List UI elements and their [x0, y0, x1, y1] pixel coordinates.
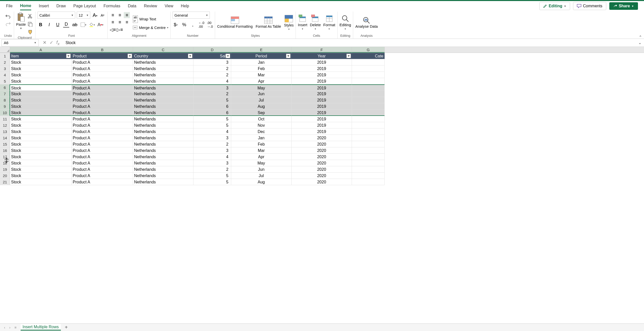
wrap-text-button[interactable]: ab↵Wrap Text	[133, 15, 168, 23]
cell-F21[interactable]: 2020	[292, 179, 352, 185]
col-header-B[interactable]: B	[72, 47, 133, 53]
cell-D14[interactable]: 3	[193, 135, 231, 141]
menu-data[interactable]: Data	[128, 2, 136, 10]
cell-B11[interactable]: Product A	[72, 116, 133, 122]
cell-D4[interactable]: 2	[193, 72, 231, 78]
cell-F8[interactable]: 2019	[292, 97, 352, 103]
cell-B14[interactable]: Product A	[72, 135, 133, 141]
cell-A12[interactable]: Stock	[10, 122, 72, 128]
cell-F13[interactable]: 2019	[292, 128, 352, 135]
cell-F20[interactable]: 2020	[292, 173, 352, 179]
cell-C6[interactable]: Netherlands	[133, 84, 193, 91]
cell-C21[interactable]: Netherlands	[133, 179, 193, 185]
cell-F15[interactable]: 2020	[292, 141, 352, 147]
cell-C8[interactable]: Netherlands	[133, 97, 193, 103]
align-bottom-button[interactable]: ≡	[124, 12, 130, 18]
cell-G12[interactable]	[352, 122, 385, 128]
cell-A20[interactable]: Stock	[10, 173, 72, 179]
cell-C20[interactable]: Netherlands	[133, 173, 193, 179]
cell-G5[interactable]	[352, 78, 385, 84]
cell-G16[interactable]	[352, 147, 385, 154]
cell-C19[interactable]: Netherlands	[133, 166, 193, 173]
insert-cells-button[interactable]: Insert▾	[298, 15, 307, 30]
cell-C11[interactable]: Netherlands	[133, 116, 193, 122]
menu-draw[interactable]: Draw	[56, 2, 66, 10]
cell-E21[interactable]: Aug	[231, 179, 292, 185]
number-format-select[interactable]: General▼	[173, 12, 210, 19]
fill-color-button[interactable]: ▾	[89, 22, 95, 28]
expand-formula-bar-button[interactable]: ⌄	[638, 40, 641, 45]
cell-G3[interactable]	[352, 65, 385, 72]
menu-review[interactable]: Review	[144, 2, 157, 10]
cell-C16[interactable]: Netherlands	[133, 147, 193, 154]
cell-F7[interactable]: 2019	[292, 91, 352, 97]
row-header-17[interactable]: 17	[0, 154, 10, 160]
cell-B10[interactable]: Product A	[72, 110, 133, 116]
cell-B15[interactable]: Product A	[72, 141, 133, 147]
menu-view[interactable]: View	[165, 2, 173, 10]
cancel-formula-button[interactable]: ✕	[43, 40, 47, 46]
cell-E3[interactable]: Feb	[231, 65, 292, 72]
cell-B16[interactable]: Product A	[72, 147, 133, 154]
cell-F2[interactable]: 2019	[292, 59, 352, 65]
cell-D8[interactable]: 5	[193, 97, 231, 103]
cell-F18[interactable]: 2020	[292, 160, 352, 166]
filter-button-sales[interactable]	[226, 54, 230, 58]
cell-G8[interactable]	[352, 97, 385, 103]
cell-D18[interactable]: 3	[193, 160, 231, 166]
paste-button[interactable]: Paste ▼	[16, 13, 26, 30]
italic-button[interactable]: I	[46, 22, 52, 28]
cell-styles-button[interactable]: Styles▾	[284, 15, 294, 30]
spreadsheet-grid[interactable]: ABCDEFG 1ItemProductCountrySalesPeriodYe…	[0, 47, 644, 185]
increase-decimal-button[interactable]: ←.0.00	[198, 22, 204, 28]
cell-E8[interactable]: Jul	[231, 97, 292, 103]
cell-A7[interactable]: Stock	[10, 91, 72, 97]
row-header-5[interactable]: 5	[0, 78, 10, 84]
cell-B4[interactable]: Product A	[72, 72, 133, 78]
cell-F4[interactable]: 2019	[292, 72, 352, 78]
cell-G14[interactable]	[352, 135, 385, 141]
col-header-G[interactable]: G	[352, 47, 385, 53]
col-header-D[interactable]: D	[193, 47, 231, 53]
cell-D9[interactable]: 6	[193, 103, 231, 110]
cell-B13[interactable]: Product A	[72, 128, 133, 135]
row-header-10[interactable]: 10	[0, 110, 10, 116]
col-header-E[interactable]: E	[231, 47, 292, 53]
borders-button[interactable]: ▾	[80, 22, 86, 28]
cell-C5[interactable]: Netherlands	[133, 78, 193, 84]
filter-button-country[interactable]	[188, 54, 192, 58]
cell-B21[interactable]: Product A	[72, 179, 133, 185]
bold-button[interactable]: B	[37, 22, 44, 28]
cell-E9[interactable]: Aug	[231, 103, 292, 110]
cell-E17[interactable]: Apr	[231, 154, 292, 160]
menu-page-layout[interactable]: Page Layout	[73, 2, 96, 10]
cell-E13[interactable]: Dec	[231, 128, 292, 135]
row-header-12[interactable]: 12	[0, 122, 10, 128]
row-header-7[interactable]: 7	[0, 91, 10, 97]
col-header-C[interactable]: C	[133, 47, 193, 53]
cell-F11[interactable]: 2019	[292, 116, 352, 122]
analyse-data-button[interactable]: Analyse Data	[355, 16, 378, 29]
editing-button[interactable]: Editing▾	[340, 15, 351, 30]
row-header-11[interactable]: 11	[0, 116, 10, 122]
table-header-period[interactable]: Period	[231, 53, 292, 59]
cell-F5[interactable]: 2019	[292, 78, 352, 84]
cell-G18[interactable]	[352, 160, 385, 166]
row-header-9[interactable]: 9	[0, 103, 10, 110]
merge-centre-button[interactable]: Merge & Centre▾	[133, 25, 168, 30]
cell-E16[interactable]: Mar	[231, 147, 292, 154]
cell-A19[interactable]: Stock	[10, 166, 72, 173]
align-middle-button[interactable]: ≡	[117, 12, 123, 18]
cell-A10[interactable]: Stock	[10, 110, 72, 116]
col-header-A[interactable]: A	[10, 47, 72, 53]
row-header-6[interactable]: 6	[0, 84, 10, 91]
cell-E19[interactable]: Jun	[231, 166, 292, 173]
cell-C12[interactable]: Netherlands	[133, 122, 193, 128]
cell-F6[interactable]: 2019	[292, 84, 352, 91]
comma-button[interactable]: ,	[190, 22, 196, 28]
percent-button[interactable]: %	[181, 22, 187, 28]
row-header-19[interactable]: 19	[0, 166, 10, 173]
name-box[interactable]: A6▼	[2, 39, 39, 46]
cell-A11[interactable]: Stock	[10, 116, 72, 122]
cell-C4[interactable]: Netherlands	[133, 72, 193, 78]
